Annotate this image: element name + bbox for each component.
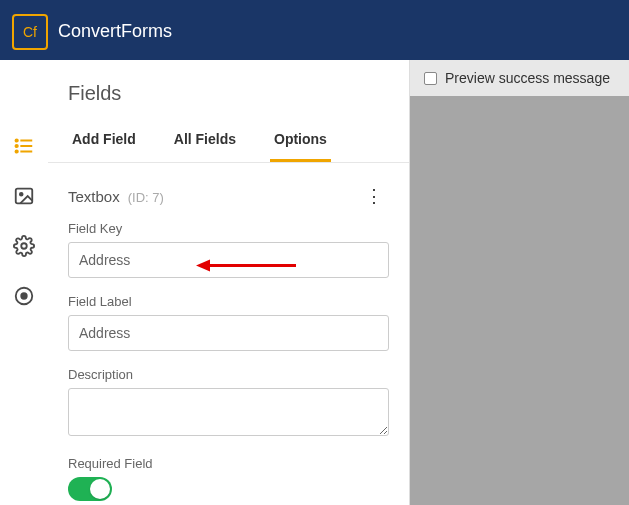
preview-bar: Preview success message — [410, 60, 629, 96]
field-label-input[interactable] — [68, 315, 389, 351]
toggle-knob — [90, 479, 110, 499]
required-toggle[interactable] — [68, 477, 112, 501]
tab-add-field[interactable]: Add Field — [68, 123, 140, 162]
preview-area: Preview success message — [410, 60, 629, 505]
field-label-label: Field Label — [68, 294, 389, 309]
fields-panel: Fields Add Field All Fields Options Text… — [48, 60, 410, 505]
field-type: Textbox — [68, 188, 120, 205]
description-label: Description — [68, 367, 389, 382]
required-label: Required Field — [68, 456, 389, 471]
field-header: Textbox (ID: 7) ⋮ — [48, 163, 409, 211]
svg-point-8 — [21, 243, 27, 249]
field-id: (ID: 7) — [128, 190, 164, 205]
svg-point-3 — [16, 139, 18, 141]
brand-logo: Cf — [12, 14, 48, 50]
preview-success-label: Preview success message — [445, 70, 610, 86]
tab-options[interactable]: Options — [270, 123, 331, 162]
fields-icon[interactable] — [13, 135, 35, 157]
gear-icon[interactable] — [13, 235, 35, 257]
svg-point-5 — [16, 150, 18, 152]
image-icon[interactable] — [13, 185, 35, 207]
preview-success-checkbox[interactable] — [424, 72, 437, 85]
tab-all-fields[interactable]: All Fields — [170, 123, 240, 162]
left-rail — [0, 60, 48, 505]
top-bar: Cf ConvertForms — [0, 0, 629, 60]
field-key-input[interactable] — [68, 242, 389, 278]
svg-point-10 — [21, 293, 27, 299]
tabs: Add Field All Fields Options — [48, 123, 409, 163]
panel-title: Fields — [48, 60, 409, 123]
field-key-label: Field Key — [68, 221, 389, 236]
more-menu-icon[interactable]: ⋮ — [359, 185, 389, 207]
target-icon[interactable] — [13, 285, 35, 307]
description-input[interactable] — [68, 388, 389, 436]
svg-rect-6 — [16, 189, 33, 204]
svg-point-7 — [20, 193, 23, 196]
svg-point-4 — [16, 145, 18, 147]
brand-name: ConvertForms — [58, 21, 172, 42]
